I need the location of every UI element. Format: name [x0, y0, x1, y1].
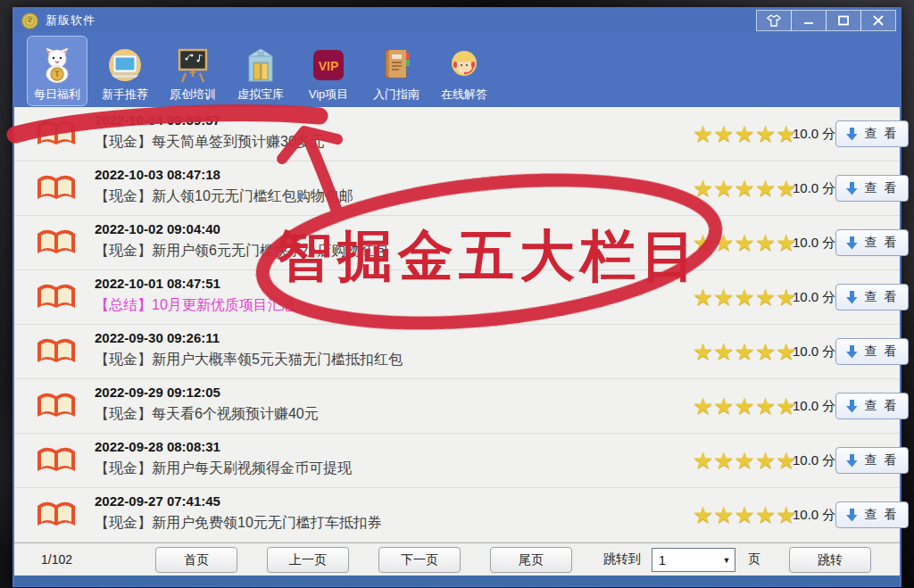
open-book-icon [36, 117, 77, 151]
toolbar-item-daily-welfare[interactable]: 每日福利 [27, 36, 87, 106]
title-bar: 新版软件 [14, 9, 900, 32]
view-button-label: 查 看 [865, 289, 899, 305]
support-agent-icon [445, 47, 483, 83]
jump-to-label: 跳转到 [603, 551, 641, 567]
guide-book-icon [378, 47, 415, 83]
view-button[interactable]: 查 看 [835, 393, 909, 419]
post-date: 2022-09-28 08:08:31 [95, 439, 220, 454]
maximize-icon [837, 15, 850, 26]
page-select-value: 1 [652, 553, 719, 567]
open-book-icon [36, 335, 77, 369]
open-book-icon [36, 280, 77, 314]
download-arrow-icon [846, 128, 858, 141]
page-position: 1/102 [41, 552, 72, 567]
score-value: 10.0 分 [793, 126, 835, 143]
list-item[interactable]: 2022-10-02 09:04:40 【现金】新用户领6元无门槛快手小店购物红… [14, 216, 900, 270]
view-button-label: 查 看 [865, 398, 899, 414]
window-bottom-border [14, 576, 900, 586]
post-date: 2022-09-30 09:26:11 [95, 330, 220, 345]
view-button[interactable]: 查 看 [835, 284, 909, 311]
score-value: 10.0 分 [793, 344, 835, 360]
toolbar-item-label: 入门指南 [373, 87, 420, 103]
treasure-vault-icon [242, 47, 279, 83]
jump-button[interactable]: 跳转 [789, 547, 871, 573]
score-value: 10.0 分 [793, 507, 835, 524]
download-arrow-icon [846, 182, 858, 195]
post-title: 【现金】新用户领6元无门槛快手小店购物红包 [95, 242, 388, 261]
star-rating: ★★★★★ [693, 231, 797, 254]
maximize-button[interactable] [826, 10, 861, 31]
lucky-cat-icon [38, 47, 76, 83]
post-date: 2022-09-29 09:12:05 [95, 385, 220, 400]
next-page-button[interactable]: 下一页 [378, 547, 461, 573]
download-arrow-icon [846, 400, 858, 413]
toolbar-item-label: Vip项目 [309, 87, 349, 103]
post-date: 2022-10-02 09:04:40 [95, 221, 220, 236]
list-item[interactable]: 2022-09-30 09:26:11 【现金】新用户大概率领5元天猫无门槛抵扣… [14, 325, 900, 379]
star-rating: ★★★★★ [693, 286, 797, 309]
view-button-label: 查 看 [865, 452, 899, 468]
view-button[interactable]: 查 看 [835, 447, 909, 474]
post-list: 2022-10-04 09:59:57 【现金】每天简单签到预计赚30多元 ★★… [14, 107, 900, 542]
open-book-icon [36, 389, 77, 423]
list-item[interactable]: 2022-09-27 07:41:45 【现金】新用户免费领10元无门槛打车抵扣… [14, 488, 900, 542]
page-select-dropdown[interactable]: 1 ▼ [652, 548, 735, 572]
minimize-icon [802, 15, 815, 26]
first-page-button[interactable]: 首页 [155, 547, 237, 573]
toolbar-item-virtual-treasury[interactable]: 虚拟宝库 [230, 36, 291, 106]
download-arrow-icon [846, 345, 858, 359]
view-button-label: 查 看 [865, 180, 899, 196]
svg-text:VIP: VIP [319, 59, 339, 73]
view-button[interactable]: 查 看 [835, 229, 909, 256]
list-item[interactable]: 2022-10-04 09:59:57 【现金】每天简单签到预计赚30多元 ★★… [14, 107, 900, 161]
list-item[interactable]: 2022-09-29 09:12:05 【现金】每天看6个视频预计赚40元 ★★… [14, 379, 900, 434]
toolbar-item-vip-projects[interactable]: VIP Vip项目 [298, 36, 359, 106]
view-button-label: 查 看 [865, 235, 899, 251]
toolbar-item-online-support[interactable]: 在线解答 [434, 36, 494, 106]
view-button[interactable]: 查 看 [835, 501, 909, 528]
post-date: 2022-10-01 08:47:51 [95, 276, 220, 291]
page-unit-label: 页 [748, 551, 760, 567]
minimize-button[interactable] [791, 10, 827, 31]
download-arrow-icon [846, 236, 858, 250]
dropdown-arrow-icon: ▼ [719, 556, 735, 565]
download-arrow-icon [846, 509, 858, 522]
monitor-icon [106, 47, 144, 83]
view-button-label: 查 看 [865, 126, 899, 142]
toolbar-item-label: 新手推荐 [102, 87, 148, 103]
post-date: 2022-10-03 08:47:18 [95, 167, 220, 182]
star-rating: ★★★★★ [693, 340, 797, 363]
list-item[interactable]: 2022-10-03 08:47:18 【现金】新人领10元无门槛红包购物包邮 … [14, 161, 900, 216]
vip-badge-icon: VIP [310, 47, 347, 83]
open-book-icon [36, 443, 77, 477]
last-page-button[interactable]: 尾页 [490, 547, 572, 573]
score-value: 10.0 分 [793, 452, 835, 469]
list-item[interactable]: 2022-10-01 08:47:51 【总结】10月更新优质项目汇总 ★★★★… [14, 270, 900, 325]
open-book-icon [36, 226, 77, 260]
close-button[interactable] [860, 10, 896, 31]
toolbar-item-newbie-picks[interactable]: 新手推荐 [95, 36, 155, 106]
score-value: 10.0 分 [793, 235, 835, 252]
close-icon [872, 15, 885, 26]
toolbar-item-label: 每日福利 [34, 87, 80, 103]
post-title: 【总结】10月更新优质项目汇总 [95, 296, 296, 315]
coin-app-icon [21, 12, 38, 29]
star-rating: ★★★★★ [693, 394, 797, 418]
toolbar-item-original-training[interactable]: 原创培训 [162, 36, 223, 106]
star-rating: ★★★★★ [693, 122, 797, 145]
post-title: 【现金】每天简单签到预计赚30多元 [95, 133, 325, 152]
prev-page-button[interactable]: 上一页 [267, 547, 349, 573]
view-button[interactable]: 查 看 [835, 120, 909, 147]
toolbar-item-label: 在线解答 [441, 87, 487, 103]
toolbar-item-starter-guide[interactable]: 入门指南 [366, 36, 427, 106]
view-button[interactable]: 查 看 [835, 175, 909, 202]
skin-button[interactable] [756, 10, 792, 31]
toolbar-item-label: 虚拟宝库 [237, 87, 284, 103]
app-window: 新版软件 [12, 7, 902, 587]
list-item[interactable]: 2022-09-28 08:08:31 【现金】新用户每天刷视频得金币可提现 ★… [14, 434, 900, 488]
star-rating: ★★★★★ [693, 177, 797, 200]
view-button[interactable]: 查 看 [835, 338, 909, 365]
star-rating: ★★★★★ [693, 503, 797, 526]
desktop: 新版软件 [0, 0, 914, 588]
blackboard-icon [174, 47, 212, 83]
